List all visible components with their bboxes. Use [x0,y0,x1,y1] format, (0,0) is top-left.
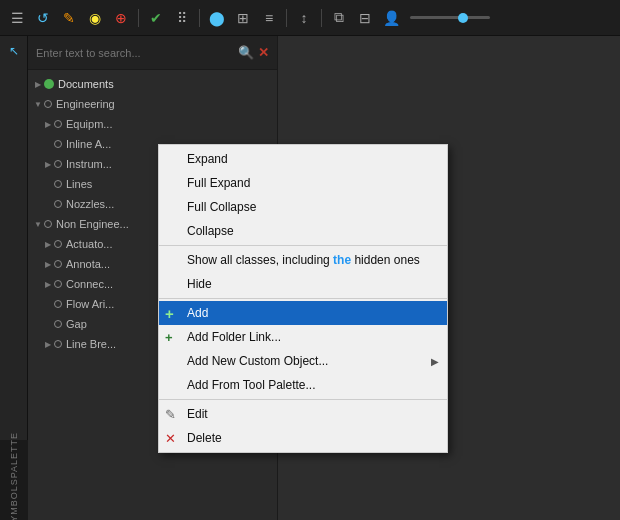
label-add-custom: Add New Custom Object... [187,354,328,368]
menu-item-full-expand[interactable]: Full Expand [159,171,447,195]
pencil-icon[interactable]: ✎ [58,7,80,29]
arrow-engineering: ▼ [32,100,44,109]
menu-item-delete[interactable]: ✕ Delete [159,426,447,450]
arrow-actuato: ▶ [42,240,54,249]
label-documents: Documents [58,78,114,90]
add-folder-icon: + [165,331,173,344]
side-label-text: SYMBOLSPALETTE [9,432,19,520]
label-engineering: Engineering [56,98,115,110]
search-icon[interactable]: 🔍 [238,45,254,60]
arrow-instrum: ▶ [42,160,54,169]
circle-active-icon[interactable]: ⬤ [206,7,228,29]
menu-item-add-custom[interactable]: Add New Custom Object... ▶ [159,349,447,373]
slider-container[interactable] [410,16,490,19]
label-edit: Edit [187,407,208,421]
menu-item-collapse[interactable]: Collapse [159,219,447,243]
label-nozzles: Nozzles... [66,198,114,210]
search-input[interactable] [36,47,234,59]
menu-item-add[interactable]: + Add [159,301,447,325]
edit-icon: ✎ [165,408,176,421]
submenu-arrow-icon: ▶ [431,356,439,367]
bulb-icon[interactable]: ◉ [84,7,106,29]
dot-gap [54,320,62,328]
sep1 [138,9,139,27]
search-bar: 🔍 ✕ [28,36,277,70]
check-icon[interactable]: ✔ [145,7,167,29]
arrow-connec: ▶ [42,280,54,289]
label-full-expand: Full Expand [187,176,250,190]
label-gap: Gap [66,318,87,330]
menu-icon[interactable]: ☰ [6,7,28,29]
label-lines: Lines [66,178,92,190]
grid-icon[interactable]: ⊞ [232,7,254,29]
arrow-swap-icon[interactable]: ↕ [293,7,315,29]
dot-equipm [54,120,62,128]
label-hide: Hide [187,277,212,291]
arrow-equipm: ▶ [42,120,54,129]
sep4 [321,9,322,27]
tree-item-documents[interactable]: ▶ Documents [28,74,277,94]
label-instrum: Instrum... [66,158,112,170]
add-icon: + [165,306,174,321]
label-collapse: Collapse [187,224,234,238]
label-connec: Connec... [66,278,113,290]
label-full-collapse: Full Collapse [187,200,256,214]
toolbar: ☰ ↺ ✎ ◉ ⊕ ✔ ⠿ ⬤ ⊞ ≡ ↕ ⧉ ⊟ 👤 [0,0,620,36]
menu-sep-2 [159,298,447,299]
tree-item-engineering[interactable]: ▼ Engineering [28,94,277,114]
target-icon[interactable]: ⊕ [110,7,132,29]
user-icon[interactable]: 👤 [380,7,402,29]
dot-non-eng [44,220,52,228]
dot-instrum [54,160,62,168]
dot-nozzles [54,200,62,208]
dot-lines [54,180,62,188]
menu-item-add-tool[interactable]: Add From Tool Palette... [159,373,447,397]
side-label-container: SYMBOLSPALETTE [0,440,28,520]
menu-item-full-collapse[interactable]: Full Collapse [159,195,447,219]
label-actuato: Actuato... [66,238,112,250]
arrow-line-bre: ▶ [42,340,54,349]
menu-item-expand[interactable]: Expand [159,147,447,171]
menu-sep-3 [159,399,447,400]
lines-icon[interactable]: ≡ [258,7,280,29]
dot-inline-a [54,140,62,148]
menu-item-show-all[interactable]: Show all classes, including the hidden o… [159,248,447,272]
label-add-folder: Add Folder Link... [187,330,281,344]
main-content: 🔍 ✕ ▶ Documents ▼ Engineering ▶ Equipm..… [28,36,620,520]
context-menu: Expand Full Expand Full Collapse Collaps… [158,144,448,453]
tree-item-equipm[interactable]: ▶ Equipm... [28,114,277,134]
search-clear-icon[interactable]: ✕ [258,45,269,60]
left-cursor-icon[interactable]: ↖ [3,40,25,62]
label-equipm: Equipm... [66,118,112,130]
dot-actuato [54,240,62,248]
details-icon[interactable]: ⊟ [354,7,376,29]
label-flow-ari: Flow Ari... [66,298,114,310]
label-expand: Expand [187,152,228,166]
dot-connec [54,280,62,288]
dot-documents [44,79,54,89]
layers-icon[interactable]: ⧉ [328,7,350,29]
label-line-bre: Line Bre... [66,338,116,350]
dot-flow-ari [54,300,62,308]
label-non-eng: Non Enginee... [56,218,129,230]
dot-engineering [44,100,52,108]
slider-thumb [458,13,468,23]
label-annota: Annota... [66,258,110,270]
refresh-icon[interactable]: ↺ [32,7,54,29]
arrow-documents: ▶ [32,80,44,89]
slider-track [410,16,490,19]
menu-item-hide[interactable]: Hide [159,272,447,296]
arrow-non-eng: ▼ [32,220,44,229]
menu-item-edit[interactable]: ✎ Edit [159,402,447,426]
menu-item-add-folder[interactable]: + Add Folder Link... [159,325,447,349]
label-add-tool: Add From Tool Palette... [187,378,316,392]
dot-annota [54,260,62,268]
label-show-all: Show all classes, including the hidden o… [187,253,420,267]
menu-sep-1 [159,245,447,246]
label-add: Add [187,306,208,320]
sep2 [199,9,200,27]
label-inline-a: Inline A... [66,138,111,150]
dots-icon[interactable]: ⠿ [171,7,193,29]
delete-icon: ✕ [165,432,176,445]
dot-line-bre [54,340,62,348]
